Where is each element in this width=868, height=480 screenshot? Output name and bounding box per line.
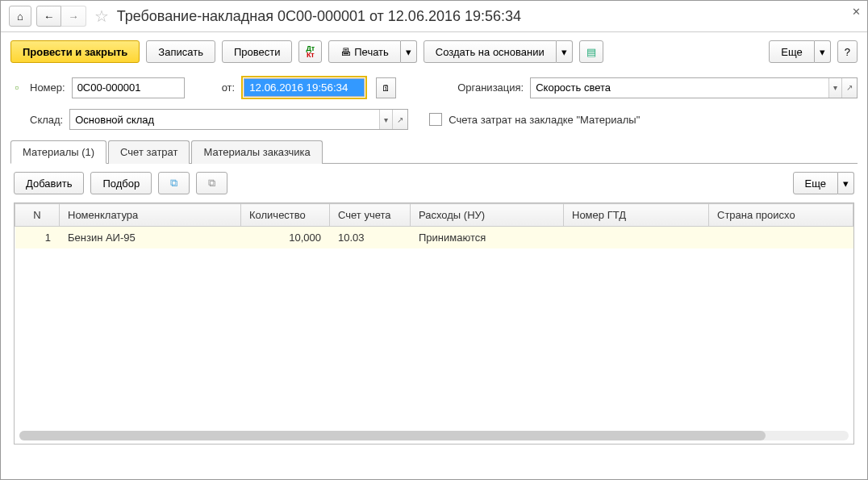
materials-table: N Номенклатура Количество Счет учета Рас… (15, 203, 853, 248)
titlebar: ⌂ ← → ☆ Требование-накладная 0С00-000001… (1, 1, 867, 32)
document-status-icon: ▫ (10, 81, 23, 94)
date-field[interactable] (244, 78, 365, 97)
cell-quantity: 10,000 (241, 227, 330, 249)
tab-toolbar: Добавить Подбор ⧉ ⧉ Еще ▾ (1, 164, 867, 202)
org-label: Организация: (457, 81, 524, 94)
warehouse-dropdown-btn[interactable]: ▾ (379, 110, 392, 129)
main-toolbar: Провести и закрыть Записать Провести ДтК… (1, 32, 867, 71)
paste-button[interactable]: ⧉ (196, 172, 227, 194)
more-button[interactable]: Еще (769, 40, 814, 63)
window-title: Требование-накладная 0С00-000001 от 12.0… (117, 8, 521, 25)
cell-account: 10.03 (330, 227, 411, 249)
number-label: Номер: (30, 81, 65, 94)
report-button[interactable]: ▤ (579, 40, 603, 63)
chevron-down-icon: ▾ (843, 177, 849, 190)
tab-materials[interactable]: Материалы (1) (10, 140, 106, 164)
help-button[interactable]: ? (837, 40, 858, 63)
date-label: от: (222, 81, 236, 94)
organization-input[interactable] (531, 78, 828, 98)
tabs: Материалы (1) Счет затрат Материалы зака… (10, 140, 858, 164)
add-button[interactable]: Добавить (14, 172, 84, 194)
tab-more-button[interactable]: Еще (793, 172, 838, 194)
row-number-date-org: ▫ Номер: от: 🗓 Организация: ▾ ↗ (1, 71, 867, 104)
materials-table-wrap[interactable]: N Номенклатура Количество Счет учета Рас… (14, 202, 854, 445)
document-icon: ▤ (586, 46, 596, 58)
col-gtd[interactable]: Номер ГТД (564, 204, 709, 227)
create-based-dropdown[interactable]: ▾ (557, 40, 573, 63)
dtkt-button[interactable]: ДтКт (298, 40, 322, 63)
copy-button[interactable]: ⧉ (158, 172, 190, 194)
cell-gtd (564, 227, 709, 249)
arrow-right-icon: → (68, 10, 78, 23)
table-row[interactable]: 1 Бензин АИ-95 10,000 10.03 Принимаются (15, 227, 853, 249)
cell-country (709, 227, 853, 249)
cell-n: 1 (15, 227, 60, 249)
col-n[interactable]: N (15, 204, 60, 227)
col-account[interactable]: Счет учета (330, 204, 411, 227)
calendar-icon: 🗓 (382, 83, 390, 93)
org-open-btn[interactable]: ↗ (841, 78, 857, 98)
close-icon[interactable]: ✕ (852, 6, 861, 18)
col-nomenclature[interactable]: Номенклатура (60, 204, 241, 227)
post-button[interactable]: Провести (222, 40, 293, 63)
tab-cost-account[interactable]: Счет затрат (108, 140, 190, 164)
post-and-close-button[interactable]: Провести и закрыть (10, 40, 140, 63)
horizontal-scrollbar[interactable] (19, 431, 849, 440)
print-dropdown[interactable]: ▾ (401, 40, 417, 63)
arrow-left-icon: ← (44, 10, 54, 23)
cell-expenses: Принимаются (411, 227, 564, 249)
chevron-down-icon: ▾ (561, 46, 567, 58)
forward-button[interactable]: → (61, 6, 86, 27)
number-field[interactable] (72, 77, 185, 98)
warehouse-label: Склад: (30, 114, 63, 126)
back-button[interactable]: ← (36, 6, 61, 27)
warehouse-combo[interactable]: ▾ ↗ (69, 109, 408, 130)
tab-more-dropdown[interactable]: ▾ (838, 172, 854, 194)
cell-nomenclature: Бензин АИ-95 (60, 227, 241, 249)
home-icon: ⌂ (17, 10, 23, 23)
dtkt-icon: ДтКт (306, 45, 315, 58)
save-button[interactable]: Записать (146, 40, 215, 63)
col-expenses[interactable]: Расходы (НУ) (411, 204, 564, 227)
cost-accounts-checkbox[interactable] (429, 113, 442, 126)
scrollbar-thumb[interactable] (19, 431, 766, 440)
chevron-down-icon: ▾ (820, 46, 825, 58)
chevron-down-icon: ▾ (406, 46, 411, 58)
paste-icon: ⧉ (208, 177, 215, 190)
create-based-button[interactable]: Создать на основании (424, 40, 557, 63)
home-button[interactable]: ⌂ (9, 6, 31, 27)
warehouse-open-btn[interactable]: ↗ (392, 110, 407, 129)
print-button[interactable]: 🖶 Печать (328, 40, 401, 63)
col-quantity[interactable]: Количество (241, 204, 330, 227)
row-warehouse: Склад: ▾ ↗ Счета затрат на закладке "Мат… (1, 104, 867, 135)
print-label: Печать (354, 46, 389, 58)
cost-accounts-label: Счета затрат на закладке "Материалы" (449, 114, 640, 126)
printer-icon: 🖶 (340, 46, 351, 58)
favorite-star-icon[interactable]: ☆ (94, 6, 109, 26)
org-dropdown-btn[interactable]: ▾ (828, 78, 841, 98)
col-country[interactable]: Страна происхо (709, 204, 853, 227)
more-dropdown[interactable]: ▾ (815, 40, 831, 63)
document-window: ⌂ ← → ☆ Требование-накладная 0С00-000001… (0, 0, 868, 480)
tab-customer-materials[interactable]: Материалы заказчика (191, 140, 322, 164)
warehouse-input[interactable] (70, 110, 379, 129)
copy-icon: ⧉ (170, 177, 177, 190)
organization-combo[interactable]: ▾ ↗ (530, 77, 858, 98)
pick-button[interactable]: Подбор (90, 172, 152, 194)
calendar-button[interactable]: 🗓 (376, 77, 396, 98)
